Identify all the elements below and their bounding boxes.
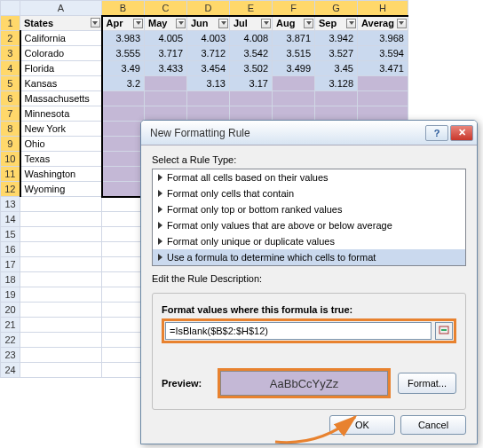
cell[interactable]: Kansas: [20, 76, 102, 91]
cell[interactable]: Jun: [187, 16, 230, 31]
cell[interactable]: Washington: [20, 167, 102, 182]
cell[interactable]: 3.17: [230, 76, 273, 91]
cell[interactable]: [315, 91, 358, 106]
row-header-10[interactable]: 10: [1, 152, 20, 167]
filter-icon[interactable]: [346, 19, 356, 28]
cell[interactable]: [102, 272, 145, 287]
formula-input[interactable]: [165, 322, 432, 340]
cell[interactable]: 4.008: [230, 31, 273, 46]
cell[interactable]: [102, 212, 145, 227]
cell[interactable]: 3.942: [315, 31, 358, 46]
row-header-2[interactable]: 2: [1, 31, 20, 46]
cell[interactable]: 3.433: [145, 61, 187, 76]
cell[interactable]: 3.499: [273, 61, 315, 76]
cell[interactable]: [145, 76, 187, 91]
cell[interactable]: [102, 167, 145, 182]
cell[interactable]: 3.717: [145, 46, 187, 61]
cell[interactable]: 3.871: [273, 31, 315, 46]
col-header-A[interactable]: A: [20, 1, 102, 16]
cell[interactable]: Colorado: [20, 46, 102, 61]
cell[interactable]: 3.594: [358, 46, 408, 61]
row-header-17[interactable]: 17: [1, 257, 20, 272]
cell[interactable]: 3.968: [358, 31, 408, 46]
cell[interactable]: 3.49: [102, 61, 145, 76]
filter-icon[interactable]: [133, 19, 143, 28]
cell[interactable]: [20, 272, 102, 287]
cell[interactable]: [102, 318, 145, 333]
cell[interactable]: 3.555: [102, 46, 145, 61]
cell[interactable]: 3.471: [358, 61, 408, 76]
rule-type-item[interactable]: Format only top or bottom ranked values: [153, 201, 465, 217]
filter-icon[interactable]: [304, 19, 313, 28]
row-header-19[interactable]: 19: [1, 287, 20, 303]
row-header-18[interactable]: 18: [1, 272, 20, 287]
row-header-8[interactable]: 8: [1, 122, 20, 137]
cell[interactable]: [20, 333, 102, 348]
cell[interactable]: Averag: [358, 16, 408, 31]
rule-type-item[interactable]: Format only cells that contain: [153, 185, 465, 201]
cell[interactable]: 3.454: [187, 61, 230, 76]
cell[interactable]: 4.003: [187, 31, 230, 46]
cell[interactable]: [20, 197, 102, 212]
cell[interactable]: 3.13: [187, 76, 230, 91]
row-header-6[interactable]: 6: [1, 91, 20, 106]
cell[interactable]: [102, 287, 145, 303]
row-header-11[interactable]: 11: [1, 167, 20, 182]
rule-type-item[interactable]: Format all cells based on their values: [153, 169, 465, 185]
cell[interactable]: [358, 91, 408, 106]
dialog-titlebar[interactable]: New Formatting Rule ? ✕: [141, 121, 477, 145]
cell[interactable]: [102, 182, 145, 197]
cell[interactable]: [102, 152, 145, 167]
cell[interactable]: [102, 227, 145, 242]
col-header-H[interactable]: H: [358, 1, 408, 16]
filter-icon[interactable]: [176, 19, 186, 28]
cell[interactable]: May: [145, 16, 187, 31]
filter-icon[interactable]: [261, 19, 271, 28]
cell[interactable]: 3.527: [315, 46, 358, 61]
cell[interactable]: [102, 137, 145, 152]
cell[interactable]: 3.712: [187, 46, 230, 61]
cell[interactable]: [358, 76, 408, 91]
rule-type-item[interactable]: Format only values that are above or bel…: [153, 217, 465, 233]
cell[interactable]: 3.2: [102, 76, 145, 91]
cell[interactable]: [102, 197, 145, 212]
col-header-E[interactable]: E: [230, 1, 273, 16]
cell[interactable]: [102, 348, 145, 363]
cell[interactable]: Florida: [20, 61, 102, 76]
cell[interactable]: Sep: [315, 16, 358, 31]
select-all-corner[interactable]: [1, 1, 20, 16]
cell[interactable]: [20, 348, 102, 363]
row-header-12[interactable]: 12: [1, 182, 20, 197]
cell[interactable]: Apr: [102, 16, 145, 31]
cell[interactable]: Texas: [20, 152, 102, 167]
cell[interactable]: [102, 333, 145, 348]
cell[interactable]: [20, 287, 102, 303]
cell[interactable]: [315, 106, 358, 122]
col-header-F[interactable]: F: [273, 1, 315, 16]
cell[interactable]: [20, 212, 102, 227]
cell[interactable]: [20, 227, 102, 242]
cell[interactable]: Massachusetts: [20, 91, 102, 106]
cell[interactable]: [102, 122, 145, 137]
col-header-C[interactable]: C: [145, 1, 187, 16]
cell[interactable]: 4.005: [145, 31, 187, 46]
cell[interactable]: Aug: [273, 16, 315, 31]
rule-type-item[interactable]: Use a formula to determine which cells t…: [153, 249, 465, 265]
row-header-23[interactable]: 23: [1, 348, 20, 363]
cell[interactable]: 3.983: [102, 31, 145, 46]
cell[interactable]: [273, 91, 315, 106]
cell[interactable]: [358, 106, 408, 122]
cell[interactable]: Ohio: [20, 137, 102, 152]
cell[interactable]: [102, 106, 145, 122]
cell[interactable]: [102, 242, 145, 257]
cell[interactable]: [230, 106, 273, 122]
ok-button[interactable]: OK: [329, 415, 395, 435]
row-header-3[interactable]: 3: [1, 46, 20, 61]
cell[interactable]: [102, 303, 145, 318]
row-header-7[interactable]: 7: [1, 106, 20, 122]
help-button[interactable]: ?: [425, 125, 448, 141]
cell[interactable]: [187, 106, 230, 122]
row-header-13[interactable]: 13: [1, 197, 20, 212]
cell[interactable]: [102, 363, 145, 378]
cell[interactable]: [20, 318, 102, 333]
